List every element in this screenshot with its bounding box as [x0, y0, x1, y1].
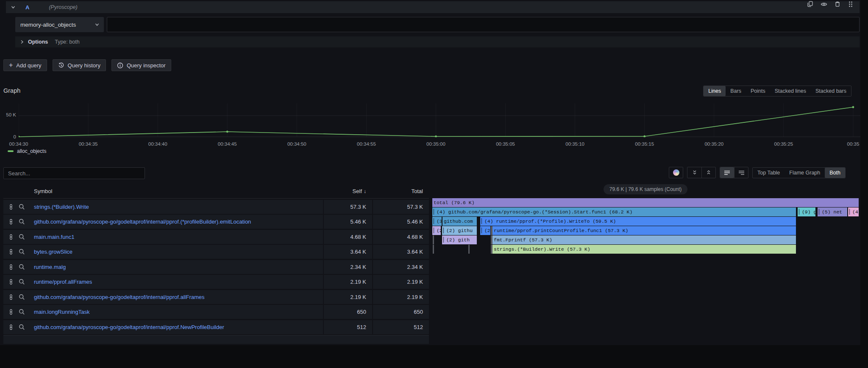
symbol-link[interactable]: strings.(*Builder).Write [31, 204, 323, 210]
flame-block[interactable]: ▏(2) githu [442, 226, 477, 235]
viz-mode-lines[interactable]: Lines [704, 86, 726, 96]
duplicate-query-button[interactable] [807, 1, 813, 14]
search-symbol-button[interactable] [19, 324, 25, 330]
flame-block[interactable]: ▏(9) g [798, 208, 815, 216]
align-text-left-button[interactable] [720, 167, 734, 178]
sandwich-view-button[interactable] [8, 279, 14, 285]
flame-block[interactable]: ▏(4) runtime/pprof.(*Profile).WriteTo (5… [480, 217, 796, 226]
label-selector-input[interactable] [107, 17, 860, 32]
color-scheme-button[interactable] [669, 167, 683, 178]
query-inspector-button[interactable]: Query inspector [111, 59, 171, 71]
hide-response-button[interactable] [821, 1, 827, 14]
symbol-link[interactable]: github.com/grafana/pyroscope-go/godeltap… [31, 324, 323, 330]
data-point[interactable] [435, 136, 437, 137]
flame-block[interactable]: fmt.Fprintf (57.3 K) [492, 235, 796, 244]
view-mode-flame-graph[interactable]: Flame Graph [785, 168, 825, 178]
viz-mode-points[interactable]: Points [746, 86, 770, 96]
symbol-link[interactable]: runtime.malg [31, 264, 323, 270]
data-point[interactable] [226, 131, 228, 133]
flame-row: total (79.6 K) [432, 198, 859, 208]
x-axis-tick: 00:35:25 [774, 141, 793, 147]
drag-query-handle[interactable] [848, 1, 854, 14]
flame-row: ▏(2▏(2) githu▏(2)runtime/pprof.printCoun… [432, 226, 859, 235]
sandwich-view-button[interactable] [8, 234, 14, 240]
viz-mode-stacked-bars[interactable]: Stacked bars [811, 86, 851, 96]
column-header-self[interactable]: Self↓ [323, 188, 372, 194]
flame-sliver[interactable] [468, 245, 470, 254]
y-axis-tick-50k: 50 K [2, 112, 16, 117]
legend-item-alloc-objects[interactable]: alloc_objects [8, 148, 46, 154]
search-symbol-button[interactable] [19, 204, 25, 210]
options-summary: Type: both [55, 39, 79, 45]
flame-block[interactable]: ▏(4) [848, 208, 859, 216]
flame-block[interactable]: ▏(2) [480, 226, 490, 235]
search-symbol-button[interactable] [19, 234, 25, 240]
flame-sliver[interactable] [433, 245, 434, 254]
search-symbol-button[interactable] [19, 294, 25, 300]
flame-block[interactable]: ▏(2) gith [442, 235, 477, 244]
flame-block[interactable]: ▏(4) github.com/grafana/pyroscope-go.(*S… [432, 208, 796, 216]
options-collapse-row[interactable]: Options Type: both [15, 36, 860, 47]
flame-block[interactable]: ▏(2 [432, 226, 441, 235]
x-axis-tick: 00:34:35 [79, 141, 98, 147]
search-symbol-button[interactable] [19, 309, 25, 315]
x-axis-tick: 00:34:50 [287, 141, 306, 147]
table-footer-strip [3, 335, 429, 344]
symbol-search-input[interactable] [3, 167, 145, 179]
data-point[interactable] [19, 136, 19, 137]
remove-query-button[interactable] [835, 1, 840, 14]
table-row: main.longRunningTask650650 [3, 305, 429, 319]
x-axis-tick: 00:34:30 [9, 141, 28, 147]
symbol-link[interactable]: runtime/pprof.allFrames [31, 279, 323, 285]
symbol-link[interactable]: main.main.func1 [31, 234, 323, 240]
search-symbol-button[interactable] [19, 279, 25, 285]
query-history-button[interactable]: Query history [53, 59, 106, 71]
sandwich-view-button[interactable] [8, 309, 14, 315]
view-mode-both[interactable]: Both [825, 168, 845, 178]
search-symbol-button[interactable] [19, 264, 25, 270]
search-symbol-button[interactable] [19, 249, 25, 255]
symbol-link[interactable]: main.longRunningTask [31, 309, 323, 315]
sandwich-view-button[interactable] [8, 219, 14, 225]
data-point[interactable] [852, 106, 854, 108]
column-header-symbol[interactable]: Symbol [31, 188, 323, 194]
align-text-right-button[interactable] [734, 167, 748, 178]
symbol-link[interactable]: github.com/grafana/pyroscope-go/godeltap… [31, 219, 323, 225]
view-mode-top-table[interactable]: Top Table [753, 168, 785, 178]
right-gutter [860, 0, 868, 368]
expand-all-button[interactable] [701, 167, 715, 178]
symbol-link[interactable]: github.com/grafana/pyroscope-go/godeltap… [31, 294, 323, 300]
symbol-link[interactable]: bytes.growSlice [31, 249, 323, 255]
query-row-header[interactable]: A (Pyroscope) [6, 1, 860, 13]
flamegraph-panel: 79.6 K | 79.6 K samples (Count) total (7… [432, 184, 859, 254]
flame-block[interactable]: ▏(5) net [818, 208, 847, 216]
x-axis-tick: 00:34:55 [357, 141, 376, 147]
collapse-all-button[interactable] [687, 167, 701, 178]
flame-block[interactable]: total (79.6 K) [432, 198, 859, 207]
time-series-plot[interactable] [19, 103, 865, 137]
data-point[interactable] [643, 136, 645, 137]
total-value: 57.3 K [372, 200, 429, 214]
sandwich-view-button[interactable] [8, 249, 14, 255]
flame-block[interactable]: ▏(3 [432, 217, 442, 226]
self-value: 5.46 K [323, 215, 372, 229]
flame-block[interactable]: github.com [442, 217, 477, 226]
sandwich-view-button[interactable] [8, 264, 14, 270]
sandwich-view-button[interactable] [8, 294, 14, 300]
add-query-button[interactable]: + Add query [3, 59, 47, 71]
view-mode-group: Top Table Flame Graph Both [752, 167, 846, 178]
flame-sliver[interactable] [433, 235, 434, 244]
sandwich-view-button[interactable] [8, 204, 14, 210]
column-header-total[interactable]: Total [372, 188, 429, 194]
top-table: Symbol Self↓ Total strings.(*Builder).Wr… [3, 184, 429, 344]
collapse-query-icon[interactable] [10, 4, 16, 10]
profile-type-select[interactable]: memory-alloc_objects [15, 17, 104, 32]
flame-block[interactable]: runtime/pprof.printCountProfile.func1 (5… [492, 226, 796, 235]
table-row: bytes.growSlice3.64 K3.64 K [3, 245, 429, 259]
search-symbol-button[interactable] [19, 219, 25, 225]
legend-series-name: alloc_objects [17, 148, 46, 154]
viz-mode-bars[interactable]: Bars [726, 86, 746, 96]
flame-block[interactable]: strings.(*Builder).Write (57.3 K) [492, 245, 796, 254]
sandwich-view-button[interactable] [8, 324, 14, 330]
viz-mode-stacked-lines[interactable]: Stacked lines [770, 86, 811, 96]
